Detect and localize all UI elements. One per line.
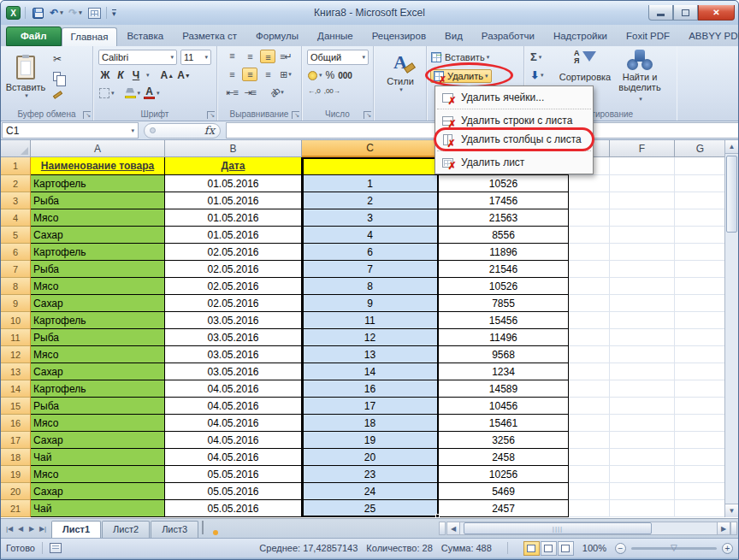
cell-D5[interactable]: 8556 (439, 227, 569, 244)
cell-F9[interactable] (610, 295, 675, 312)
dialog-launcher-icon[interactable]: ↘ (292, 111, 299, 119)
macro-record-icon[interactable] (50, 543, 62, 553)
font-size-select[interactable]: 11▾ (180, 50, 211, 65)
menu-item-delete-cells[interactable]: ✗Удалить ячейки... (435, 88, 593, 107)
cell-B11[interactable]: 03.05.2016 (165, 329, 302, 346)
chevron-down-icon[interactable]: ▾ (25, 92, 28, 99)
cell-B15[interactable]: 04.05.2016 (165, 398, 302, 415)
cell-E11[interactable] (569, 329, 610, 346)
page-layout-view-button[interactable] (541, 541, 557, 556)
vertical-scrollbar[interactable]: ▲ ▼ (724, 140, 738, 517)
cell-C9[interactable]: 9 (302, 295, 439, 312)
cell-B4[interactable]: 01.05.2016 (165, 209, 302, 227)
font-name-select[interactable]: Calibri▾ (98, 50, 177, 65)
comma-style-button[interactable]: 000 (337, 70, 353, 81)
cell-E3[interactable] (569, 192, 610, 209)
styles-button[interactable]: А Стили ▾ (381, 51, 420, 94)
cell-G7[interactable] (675, 261, 726, 278)
row-header-3[interactable]: 3 (1, 192, 31, 209)
cell-F18[interactable] (610, 449, 675, 466)
column-header-F[interactable]: F (610, 140, 675, 157)
cell-D11[interactable]: 11496 (439, 329, 569, 346)
zoom-level[interactable]: 100% (582, 543, 606, 553)
select-all-corner[interactable] (1, 140, 31, 157)
cell-G11[interactable] (675, 329, 726, 346)
cell-E6[interactable] (569, 244, 610, 261)
row-header-4[interactable]: 4 (1, 209, 31, 227)
cell-F19[interactable] (610, 466, 675, 483)
row-header-12[interactable]: 12 (1, 346, 31, 363)
cell-B10[interactable]: 03.05.2016 (165, 312, 302, 329)
paste-button[interactable]: Вставить ▾ (6, 50, 45, 104)
cell-D12[interactable]: 9568 (439, 346, 569, 363)
name-box[interactable]: C1▾ (2, 122, 139, 139)
copy-button[interactable]: ▾ (50, 69, 80, 84)
cell-F2[interactable] (610, 175, 675, 192)
borders-button[interactable]: ▾ (98, 87, 115, 99)
fill-handle[interactable] (435, 514, 440, 518)
cell-E8[interactable] (569, 278, 610, 295)
cell-F1[interactable] (610, 157, 675, 175)
row-header-16[interactable]: 16 (1, 415, 31, 432)
horizontal-scroll-thumb[interactable]: |||| (464, 522, 652, 534)
merge-center-button[interactable]: ⊞▾ (278, 68, 293, 81)
row-header-18[interactable]: 18 (1, 449, 31, 466)
cell-B12[interactable]: 03.05.2016 (165, 346, 302, 363)
tab-abbyy-pdf-t[interactable]: ABBYY PDF T (679, 27, 739, 46)
cell-G18[interactable] (675, 449, 726, 466)
zoom-track[interactable]: ▽ (631, 547, 717, 550)
cell-G16[interactable] (675, 415, 726, 432)
row-header-6[interactable]: 6 (1, 244, 31, 261)
cell-E13[interactable] (569, 363, 610, 380)
cell-A21[interactable]: Чай (31, 500, 165, 517)
row-header-8[interactable]: 8 (1, 278, 31, 295)
row-header-1[interactable]: 1 (1, 157, 31, 175)
increase-decimal-button[interactable]: ←,0 (307, 86, 322, 96)
cell-A6[interactable]: Картофель (31, 244, 165, 261)
cell-B7[interactable]: 02.05.2016 (165, 261, 302, 278)
column-header-B[interactable]: B (165, 140, 302, 157)
cell-A8[interactable]: Мясо (31, 278, 165, 295)
cell-D19[interactable]: 10256 (439, 466, 569, 483)
row-header-21[interactable]: 21 (1, 500, 31, 517)
cell-A10[interactable]: Картофель (31, 312, 165, 329)
cell-B5[interactable]: 01.05.2016 (165, 227, 302, 244)
cell-B19[interactable]: 05.05.2016 (165, 466, 302, 483)
insert-cells-button[interactable]: → Вставить▾ (430, 51, 490, 63)
cell-C20[interactable]: 24 (302, 483, 439, 500)
tab-вставка[interactable]: Вставка (117, 27, 173, 46)
cell-E14[interactable] (569, 380, 610, 398)
zoom-in-icon[interactable]: + (722, 543, 733, 554)
cell-B1[interactable]: Дата (165, 157, 302, 175)
cell-B16[interactable]: 04.05.2016 (165, 415, 302, 432)
scroll-up-icon[interactable]: ▲ (725, 140, 738, 154)
grow-font-button[interactable]: А▲ (160, 68, 175, 82)
row-header-17[interactable]: 17 (1, 432, 31, 449)
fill-button[interactable]: ⬇▾ (528, 68, 557, 82)
first-sheet-icon[interactable]: |◀ (4, 525, 15, 533)
tab-разработчи[interactable]: Разработчи (472, 27, 544, 46)
cell-E21[interactable] (569, 500, 610, 517)
cell-A16[interactable]: Мясо (31, 415, 165, 432)
scroll-right-icon[interactable]: ▶ (717, 522, 730, 535)
cell-G6[interactable] (675, 244, 726, 261)
cell-D8[interactable]: 10526 (439, 278, 569, 295)
row-header-13[interactable]: 13 (1, 363, 31, 380)
dialog-launcher-icon[interactable]: ↘ (83, 111, 91, 119)
zoom-out-icon[interactable]: − (615, 543, 626, 554)
cell-D6[interactable]: 11896 (439, 244, 569, 261)
underline-button[interactable]: Ч (129, 68, 143, 82)
increase-indent-button[interactable]: ⇥≡ (242, 85, 257, 99)
cell-A2[interactable]: Картофель (31, 175, 165, 192)
cell-B8[interactable]: 02.05.2016 (165, 278, 302, 295)
dialog-launcher-icon[interactable]: ↘ (207, 111, 215, 119)
cell-A19[interactable]: Мясо (31, 466, 165, 483)
autosum-button[interactable]: Σ▾ (528, 50, 557, 64)
cell-E16[interactable] (569, 415, 610, 432)
row-header-19[interactable]: 19 (1, 466, 31, 483)
column-header-A[interactable]: A (31, 140, 165, 157)
cell-C15[interactable]: 17 (302, 398, 439, 415)
cell-A15[interactable]: Рыба (31, 398, 165, 415)
cell-D21[interactable]: 2457 (439, 500, 569, 517)
cell-G4[interactable] (675, 209, 726, 227)
